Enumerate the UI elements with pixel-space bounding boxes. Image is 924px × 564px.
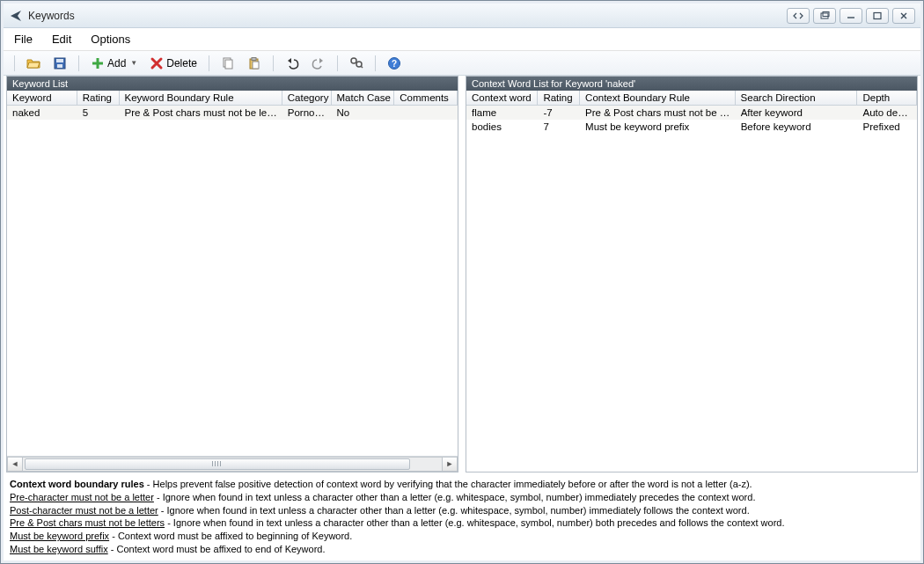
cell-rule: Must be keyword prefix (580, 120, 736, 134)
keyword-hscroll[interactable]: ◄ ► (7, 456, 458, 472)
context-list-panel: Context Word List for Keyword 'naked' Co… (466, 76, 918, 472)
collapse-button[interactable] (787, 8, 810, 24)
cell-direction: Before keyword (736, 120, 858, 134)
cell-rule: Pre & Post chars must not be letters (120, 106, 282, 120)
delete-button-label: Delete (166, 57, 197, 70)
menu-options[interactable]: Options (91, 33, 130, 46)
cell-word: flame (466, 106, 538, 120)
cell-rating: -7 (538, 106, 580, 120)
col-depth[interactable]: Depth (857, 91, 917, 105)
find-button[interactable] (345, 54, 368, 73)
table-row[interactable]: flame -7 Pre & Post chars must not be le… (466, 106, 917, 120)
add-button-label: Add (107, 57, 126, 70)
scroll-thumb[interactable] (25, 458, 410, 470)
keyword-rows[interactable]: naked 5 Pre & Post chars must not be let… (7, 106, 458, 456)
copy-button[interactable] (216, 54, 239, 73)
cell-depth: Auto depth (858, 106, 918, 120)
app-icon (9, 9, 23, 23)
col-rating[interactable]: Rating (77, 91, 120, 105)
rule-4-name: Must be keyword prefix (10, 531, 109, 541)
col-context-rule[interactable]: Context Boundary Rule (580, 91, 736, 105)
cell-rating: 5 (77, 106, 120, 120)
col-keyword[interactable]: Keyword (7, 91, 77, 105)
save-button[interactable] (48, 54, 71, 73)
help-heading: Context word boundary rules (10, 479, 144, 489)
window-title: Keywords (28, 10, 75, 22)
cell-direction: After keyword (736, 106, 858, 120)
keyword-list-title: Keyword List (7, 77, 458, 91)
cell-rule: Pre & Post chars must not be lett… (580, 106, 736, 120)
redo-button[interactable] (307, 54, 330, 73)
col-context-rating[interactable]: Rating (538, 91, 580, 105)
svg-text:?: ? (392, 59, 397, 69)
rule-2-desc: - Ignore when found in text unless a cha… (158, 505, 750, 516)
table-row[interactable]: bodies 7 Must be keyword prefix Before k… (466, 120, 917, 134)
scroll-track[interactable] (23, 457, 442, 472)
rule-5-name: Must be keyword suffix (10, 544, 108, 554)
chevron-down-icon: ▼ (130, 59, 137, 67)
rule-3-name: Pre & Post chars must not be letters (10, 517, 165, 528)
cell-depth: Prefixed (858, 120, 918, 134)
add-button[interactable]: Add ▼ (86, 54, 142, 73)
rule-5-desc: - Context word must be affixed to end of… (108, 544, 326, 554)
table-row[interactable]: naked 5 Pre & Post chars must not be let… (7, 106, 458, 120)
cell-word: bodies (466, 120, 538, 134)
cell-category: Porno… (282, 106, 332, 120)
svg-rect-5 (56, 59, 63, 62)
toolbar: Add ▼ Delete ? (4, 51, 920, 76)
cell-rating: 7 (538, 120, 580, 134)
svg-rect-10 (225, 60, 232, 69)
col-direction[interactable]: Search Direction (736, 91, 858, 105)
col-comments[interactable]: Comments (394, 91, 458, 105)
maximize-button[interactable] (866, 8, 889, 24)
window-buttons (787, 8, 915, 24)
scroll-right-icon[interactable]: ► (442, 457, 458, 472)
scroll-left-icon[interactable]: ◄ (7, 457, 23, 472)
menu-file[interactable]: File (14, 33, 33, 46)
svg-rect-12 (252, 57, 256, 60)
col-context-word[interactable]: Context word (466, 91, 538, 105)
rule-2-name: Post-character must not be a letter (10, 505, 158, 516)
menu-edit[interactable]: Edit (52, 33, 71, 46)
open-button[interactable] (22, 54, 45, 73)
rule-1-desc: - Ignore when found in text unless a cha… (154, 492, 756, 502)
undo-button[interactable] (281, 54, 304, 73)
context-rows[interactable]: flame -7 Pre & Post chars must not be le… (466, 106, 917, 472)
cell-comments (394, 106, 458, 120)
delete-button[interactable]: Delete (145, 54, 202, 73)
svg-rect-13 (253, 62, 259, 69)
keyword-columns: Keyword Rating Keyword Boundary Rule Cat… (7, 91, 458, 106)
col-rule[interactable]: Keyword Boundary Rule (120, 91, 282, 105)
svg-point-14 (351, 58, 356, 63)
paste-button[interactable] (243, 54, 266, 73)
menubar: File Edit Options (4, 28, 920, 51)
rule-1-name: Pre-character must not be a letter (10, 492, 154, 502)
keywords-window: Keywords File Edit Options (0, 0, 924, 564)
help-footer: Context word boundary rules - Helps prev… (10, 478, 914, 556)
col-category[interactable]: Category (282, 91, 332, 105)
cell-match: No (332, 106, 395, 120)
svg-rect-6 (57, 64, 62, 68)
help-heading-desc: - Helps prevent false positive detection… (144, 479, 752, 489)
titlebar: Keywords (4, 4, 920, 28)
context-columns: Context word Rating Context Boundary Rul… (466, 91, 917, 106)
svg-rect-8 (92, 62, 103, 64)
close-button[interactable] (892, 8, 915, 24)
keyword-list-panel: Keyword List Keyword Rating Keyword Boun… (6, 76, 458, 472)
rule-4-desc: - Context word must be affixed to beginn… (109, 531, 352, 541)
context-list-title: Context Word List for Keyword 'naked' (466, 77, 917, 91)
col-match[interactable]: Match Case (332, 91, 395, 105)
main-split: Keyword List Keyword Rating Keyword Boun… (6, 76, 918, 472)
help-button[interactable]: ? (383, 54, 406, 73)
minimize-button[interactable] (840, 8, 862, 24)
svg-line-16 (361, 66, 363, 68)
rule-3-desc: - Ignore when found in text unless a cha… (165, 517, 784, 528)
cell-keyword: naked (7, 106, 77, 120)
restore-alt-button[interactable] (813, 8, 836, 24)
svg-rect-3 (874, 12, 881, 18)
